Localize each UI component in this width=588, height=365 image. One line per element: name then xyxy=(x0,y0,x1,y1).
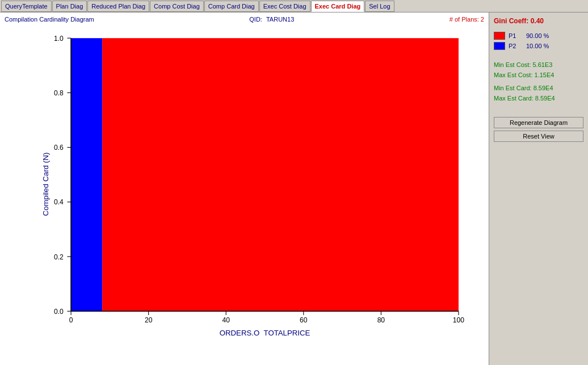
x-axis-label: ORDERS.O_TOTALPRICE xyxy=(220,329,310,337)
y-axis-label: Compiled Card (N) xyxy=(42,153,51,216)
chart-title: Compilation Cardinality Diagram xyxy=(5,16,94,23)
plan-pct-p2: 10.00 % xyxy=(526,43,549,49)
svg-text:20: 20 xyxy=(145,316,153,324)
plan-label-p1: P1 xyxy=(509,32,523,39)
stat-line-1: Max Est Cost: 1.15E4 xyxy=(494,70,583,81)
qid-value: TARUN13 xyxy=(266,16,294,23)
stat-line-2: Min Est Card: 8.59E4 xyxy=(494,83,583,94)
chart-area: Compilation Cardinality Diagram QID: TAR… xyxy=(0,12,489,365)
plan-row-p2: P210.00 % xyxy=(494,42,583,50)
svg-text:0.4: 0.4 xyxy=(54,198,64,206)
svg-text:0: 0 xyxy=(69,316,73,324)
num-plans: # of Plans: 2 xyxy=(450,16,484,23)
gini-coeff-label: Gini Coeff: 0.40 xyxy=(494,17,583,25)
bar-p2 xyxy=(71,38,102,311)
reset-view-button[interactable]: Reset View xyxy=(494,131,583,142)
plan-pct-p1: 90.00 % xyxy=(526,32,549,39)
tab-comp-card-diag[interactable]: Comp Card Diag xyxy=(204,1,259,12)
tab-bar: QueryTemplatePlan DiagReduced Plan DiagC… xyxy=(0,0,588,12)
bar-p1 xyxy=(102,38,459,311)
svg-text:0.0: 0.0 xyxy=(54,308,64,316)
plan-color-p2 xyxy=(494,42,505,50)
buttons-section: Regenerate DiagramReset View xyxy=(494,117,583,142)
svg-text:1.0: 1.0 xyxy=(54,35,64,43)
qid-info: QID: TARUN13 xyxy=(249,16,294,23)
tab-sel-log[interactable]: Sel Log xyxy=(365,1,394,12)
right-panel: Gini Coeff: 0.40 P190.00 %P210.00 % Min … xyxy=(489,12,588,365)
stat-line-3: Max Est Card: 8.59E4 xyxy=(494,94,583,104)
plans-legend: P190.00 %P210.00 % xyxy=(494,32,583,52)
regenerate-button[interactable]: Regenerate Diagram xyxy=(494,117,583,128)
chart-container: Compiled Card (N) 0.0 0.2 0.4 xyxy=(0,26,489,365)
tab-exec-cost-diag[interactable]: Exec Cost Diag xyxy=(259,1,310,12)
svg-text:0.2: 0.2 xyxy=(54,253,64,261)
chart-header: Compilation Cardinality Diagram QID: TAR… xyxy=(0,12,489,26)
qid-label: QID: xyxy=(249,16,262,23)
stats-section: Min Est Cost: 5.61E3Max Est Cost: 1.15E4… xyxy=(494,60,583,103)
svg-text:100: 100 xyxy=(453,316,464,324)
tab-reduced-plan-diag[interactable]: Reduced Plan Diag xyxy=(87,1,149,12)
stat-line-0: Min Est Cost: 5.61E3 xyxy=(494,60,583,70)
tab-comp-cost-diag[interactable]: Comp Cost Diag xyxy=(150,1,204,12)
plan-color-p1 xyxy=(494,32,505,40)
svg-text:0.8: 0.8 xyxy=(54,89,64,97)
chart-svg: Compiled Card (N) 0.0 0.2 0.4 xyxy=(40,32,477,337)
tab-plan-diag[interactable]: Plan Diag xyxy=(52,1,87,12)
plan-row-p1: P190.00 % xyxy=(494,32,583,40)
tab-exec-card-diag[interactable]: Exec Card Diag xyxy=(311,1,365,12)
tab-query-template[interactable]: QueryTemplate xyxy=(1,1,52,12)
svg-text:0.6: 0.6 xyxy=(54,144,64,152)
svg-text:80: 80 xyxy=(377,316,385,324)
svg-text:60: 60 xyxy=(300,316,308,324)
svg-text:40: 40 xyxy=(222,316,230,324)
plan-label-p2: P2 xyxy=(509,43,523,49)
main-layout: Compilation Cardinality Diagram QID: TAR… xyxy=(0,12,588,365)
